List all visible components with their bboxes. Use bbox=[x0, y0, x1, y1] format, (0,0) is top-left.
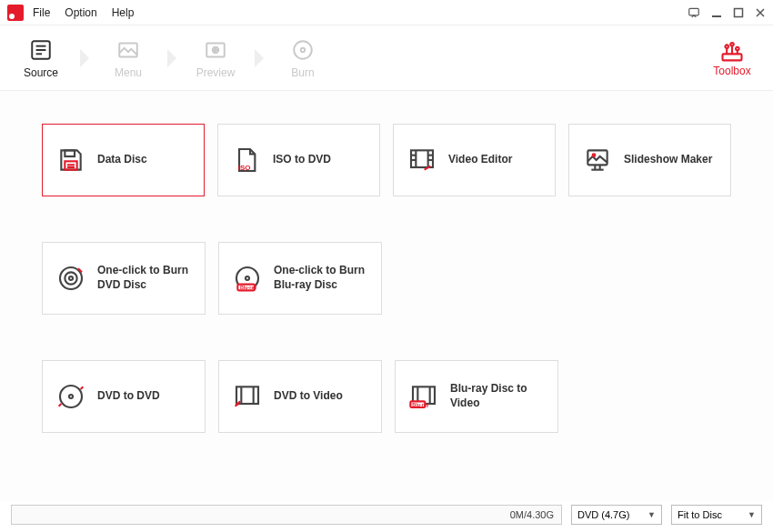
card-data-disc[interactable]: Data Disc bbox=[42, 124, 205, 196]
svg-text:ISO: ISO bbox=[238, 164, 251, 172]
svg-point-41 bbox=[246, 276, 249, 280]
card-dvd-to-video-label: DVD to Video bbox=[274, 389, 343, 404]
step-preview[interactable]: Preview bbox=[175, 25, 256, 91]
slideshow-icon bbox=[582, 145, 613, 176]
step-burn[interactable]: Burn bbox=[262, 25, 344, 91]
svg-point-44 bbox=[60, 386, 82, 407]
data-disc-icon bbox=[55, 145, 86, 176]
dvd-to-video-icon bbox=[232, 381, 263, 412]
tools-row-3: DVD to DVD DVD to Video Blu-ray Blu-ray … bbox=[42, 360, 731, 433]
disc-type-select[interactable]: DVD (4.7G) ▼ bbox=[571, 505, 662, 525]
svg-point-19 bbox=[736, 46, 739, 50]
maximize-button[interactable] bbox=[733, 7, 744, 18]
fit-mode-select[interactable]: Fit to Disc ▼ bbox=[671, 505, 762, 525]
window-controls bbox=[688, 6, 766, 19]
card-bluray-to-video[interactable]: Blu-ray Blu-ray Disc to Video bbox=[395, 360, 558, 433]
card-dvd-to-dvd[interactable]: DVD to DVD bbox=[42, 360, 206, 433]
svg-rect-13 bbox=[723, 54, 742, 60]
svg-point-18 bbox=[730, 43, 734, 46]
source-icon bbox=[28, 37, 54, 63]
one-click-dvd-icon bbox=[55, 263, 86, 294]
svg-point-33 bbox=[593, 154, 596, 156]
tools-row-2: One-click to Burn DVD Disc Blu-ray One-c… bbox=[42, 242, 731, 315]
minimize-button[interactable] bbox=[711, 7, 722, 18]
size-progress-bar: 0M/4.30G bbox=[11, 505, 562, 525]
titlebar: File Option Help bbox=[0, 0, 773, 25]
card-slideshow-label: Slideshow Maker bbox=[624, 153, 712, 167]
step-source[interactable]: Source bbox=[0, 25, 82, 91]
card-video-editor[interactable]: Video Editor bbox=[393, 124, 556, 196]
card-dvd-to-dvd-label: DVD to DVD bbox=[97, 389, 160, 404]
size-progress-text: 0M/4.30G bbox=[510, 509, 554, 520]
card-one-click-bluray[interactable]: Blu-ray One-click to Burn Blu-ray Disc bbox=[218, 242, 382, 315]
menu-file[interactable]: File bbox=[33, 6, 50, 19]
card-data-disc-label: Data Disc bbox=[97, 153, 147, 167]
svg-rect-0 bbox=[689, 8, 699, 15]
feedback-icon[interactable] bbox=[688, 6, 700, 19]
status-bar: 0M/4.30G DVD (4.7G) ▼ Fit to Disc ▼ bbox=[0, 505, 773, 525]
svg-text:Blu-ray: Blu-ray bbox=[240, 285, 256, 290]
step-bar: Source Menu Preview Burn Toolbox bbox=[0, 25, 773, 91]
svg-rect-2 bbox=[735, 8, 743, 16]
svg-point-12 bbox=[301, 47, 305, 51]
chevron-down-icon: ▼ bbox=[748, 510, 756, 519]
bluray-to-video-icon: Blu-ray bbox=[408, 381, 439, 412]
close-button[interactable] bbox=[755, 7, 766, 18]
toolbox-button[interactable]: Toolbox bbox=[691, 39, 773, 77]
iso-icon: ISO bbox=[231, 145, 262, 176]
disc-type-value: DVD (4.7G) bbox=[577, 509, 629, 520]
card-one-click-dvd-label: One-click to Burn DVD Disc bbox=[97, 264, 192, 292]
step-menu-label: Menu bbox=[115, 66, 142, 79]
svg-point-11 bbox=[294, 41, 312, 59]
svg-rect-20 bbox=[65, 150, 75, 156]
fit-mode-value: Fit to Disc bbox=[678, 509, 722, 520]
toolbox-icon bbox=[719, 39, 745, 65]
svg-point-37 bbox=[60, 267, 82, 289]
preview-icon bbox=[203, 37, 228, 63]
chevron-down-icon: ▼ bbox=[648, 510, 656, 519]
content-area: Data Disc ISO ISO to DVD Video Editor Sl… bbox=[0, 91, 773, 501]
app-logo bbox=[7, 5, 24, 21]
step-preview-label: Preview bbox=[196, 66, 236, 79]
menu-option[interactable]: Option bbox=[65, 6, 96, 19]
tools-row-1: Data Disc ISO ISO to DVD Video Editor Sl… bbox=[42, 124, 731, 196]
svg-point-17 bbox=[725, 45, 728, 48]
card-iso-label: ISO to DVD bbox=[273, 153, 331, 167]
svg-rect-25 bbox=[411, 150, 433, 167]
menu-bar: File Option Help bbox=[33, 6, 134, 19]
card-one-click-bluray-label: One-click to Burn Blu-ray Disc bbox=[274, 264, 368, 292]
svg-point-38 bbox=[65, 272, 76, 284]
video-editor-icon bbox=[407, 145, 437, 176]
svg-point-39 bbox=[69, 276, 73, 280]
burn-icon bbox=[290, 37, 316, 63]
dvd-to-dvd-icon bbox=[55, 381, 86, 412]
svg-marker-10 bbox=[215, 48, 217, 51]
one-click-bluray-icon: Blu-ray bbox=[232, 263, 263, 294]
card-one-click-dvd[interactable]: One-click to Burn DVD Disc bbox=[42, 242, 206, 315]
card-video-editor-label: Video Editor bbox=[448, 153, 512, 167]
card-dvd-to-video[interactable]: DVD to Video bbox=[218, 360, 382, 433]
svg-point-45 bbox=[69, 395, 73, 398]
svg-rect-1 bbox=[712, 15, 721, 17]
card-bluray-to-video-label: Blu-ray Disc to Video bbox=[450, 382, 545, 410]
menu-help[interactable]: Help bbox=[112, 6, 135, 19]
step-source-label: Source bbox=[24, 66, 58, 79]
step-burn-label: Burn bbox=[291, 66, 314, 79]
svg-text:Blu-ray: Blu-ray bbox=[412, 402, 428, 407]
toolbox-label: Toolbox bbox=[713, 65, 750, 77]
menu-step-icon bbox=[115, 37, 141, 63]
card-iso-to-dvd[interactable]: ISO ISO to DVD bbox=[217, 124, 380, 196]
step-menu[interactable]: Menu bbox=[87, 25, 169, 91]
card-slideshow-maker[interactable]: Slideshow Maker bbox=[568, 124, 731, 196]
